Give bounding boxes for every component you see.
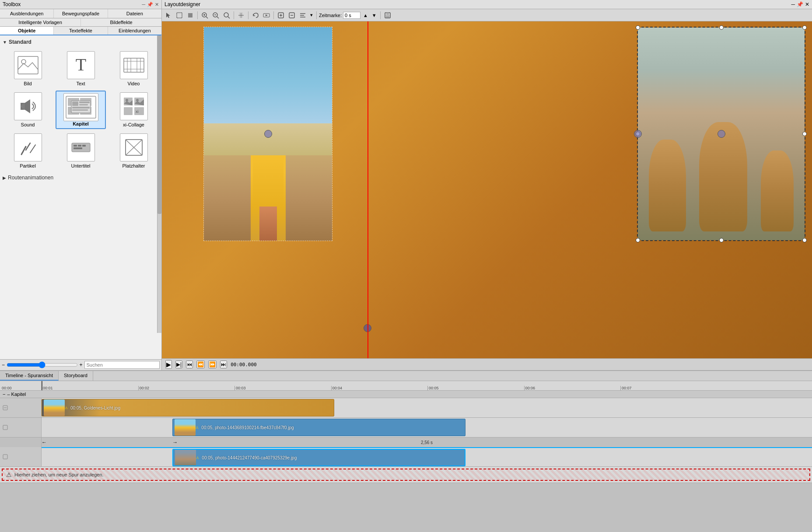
- minus-btn[interactable]: −: [2, 362, 5, 368]
- play-to-marker[interactable]: ▶|: [175, 360, 182, 368]
- step-back[interactable]: ⏪: [196, 360, 205, 368]
- minus-icon: −: [3, 392, 5, 397]
- tab-bewegungspfade[interactable]: Bewegungspfade: [54, 9, 108, 18]
- toolbar-undo[interactable]: [251, 11, 260, 19]
- svg-rect-69: [386, 15, 389, 18]
- tool-untertitel[interactable]: Untertitel: [56, 132, 106, 170]
- clip-golden-thumb: [44, 399, 65, 416]
- tool-sound[interactable]: Sound: [3, 91, 53, 129]
- svg-line-46: [206, 17, 208, 18]
- toolbar-zoom-fit[interactable]: [222, 11, 231, 19]
- img-puppies-container[interactable]: [637, 27, 805, 241]
- toolbar-remove[interactable]: [287, 11, 297, 19]
- tab-bildeffekte[interactable]: Bildeffekte: [81, 18, 161, 26]
- tab-timeline-spuransicht[interactable]: Timeline - Spuransicht: [0, 371, 59, 381]
- toolbox-pin[interactable]: 📌: [147, 2, 153, 7]
- svg-rect-22: [79, 104, 88, 105]
- designer-pin[interactable]: 📌: [797, 1, 803, 7]
- svg-rect-3: [124, 58, 144, 72]
- toolbox-tabs-row2: Intelligente Vorlagen Bildeffekte: [0, 18, 161, 27]
- section-standard-label: Standard: [9, 39, 32, 45]
- img-woman-container[interactable]: [203, 27, 332, 241]
- step-forward[interactable]: ⏩: [208, 360, 217, 368]
- clip-photo-woman[interactable]: ⚠ 00:05, photo-1443689100214-fbe437c847f…: [172, 419, 465, 436]
- designer-minimize[interactable]: ─: [791, 1, 795, 7]
- tab-einblendungen[interactable]: Einblendungen: [108, 27, 161, 35]
- zeitmarke-input[interactable]: [343, 12, 360, 19]
- tab-dateien[interactable]: Dateien: [108, 9, 161, 18]
- clip-golden[interactable]: ⚠ 00:05, Goldenes-Licht.jpg: [42, 399, 334, 416]
- toolbar-pointer[interactable]: [164, 11, 173, 19]
- img-puppies-left-edge-handle[interactable]: [634, 130, 642, 138]
- toolbar-zoom-in[interactable]: [200, 11, 210, 19]
- tool-text[interactable]: T Text: [56, 49, 106, 88]
- toolbar-zoom-out[interactable]: [211, 11, 220, 19]
- untertitel-icon: [67, 133, 95, 161]
- toolbar-video-clip[interactable]: [262, 11, 271, 19]
- tool-video[interactable]: Video: [108, 49, 159, 88]
- items-grid: Bild T Text: [2, 47, 160, 173]
- handle-mid-right[interactable]: [802, 132, 807, 136]
- tab-intelligente-vorlagen[interactable]: Intelligente Vorlagen: [0, 18, 81, 26]
- zeitmarke-down[interactable]: ▼: [371, 12, 378, 18]
- clip-photo-puppies[interactable]: ⚠ 00:05, photo-1444212477490-ca407925329…: [172, 449, 465, 466]
- skip-forward[interactable]: ⏭: [220, 360, 227, 368]
- plus-btn[interactable]: +: [80, 362, 83, 368]
- handle-top-left[interactable]: [636, 25, 640, 30]
- toolbox-header: Toolbox ─ 📌 ✕: [0, 0, 161, 9]
- toolbar-align[interactable]: [298, 11, 308, 19]
- clip-woman-thumb: [175, 419, 196, 436]
- tool-partikel[interactable]: Partikel: [3, 132, 53, 170]
- arrow-right: →: [172, 439, 178, 445]
- handle-bot-left[interactable]: [636, 238, 640, 242]
- toolbar-save[interactable]: [383, 11, 392, 19]
- svg-rect-73: [3, 455, 7, 459]
- designer-close[interactable]: ✕: [805, 1, 809, 7]
- skip-back[interactable]: ⏮: [186, 360, 193, 368]
- tool-collage[interactable]: xi xi-Collage: [108, 91, 159, 129]
- tab-texteffekte[interactable]: Texteffekte: [54, 27, 108, 35]
- timeline-panel: Timeline - Spuransicht Storyboard 00:00 …: [0, 370, 812, 532]
- ruler-mark-3: 00:03: [236, 386, 246, 390]
- img-puppies-center-handle[interactable]: [718, 130, 725, 138]
- toolbox-tabs-row1: Ausblendungen Bewegungspfade Dateien: [0, 9, 161, 18]
- section-routen-header[interactable]: ▶ Routenanimationen: [2, 173, 160, 182]
- kapitel-header-row: − – Kapitel: [0, 391, 812, 398]
- toolbar-align-dropdown[interactable]: ▾: [309, 12, 314, 18]
- ruler-mark-2: 00:02: [140, 386, 150, 390]
- partikel-icon: [14, 133, 42, 161]
- svg-line-50: [217, 17, 219, 18]
- toolbar-add[interactable]: [276, 11, 286, 19]
- handle-bot-center[interactable]: [719, 238, 724, 242]
- toolbox-minimize[interactable]: ─: [142, 2, 145, 7]
- handle-bot-right[interactable]: [802, 238, 807, 242]
- ruler-marks-container: 00:01 00:02 00:03 00:04 00:05: [42, 381, 812, 390]
- handle-top-right[interactable]: [802, 25, 807, 30]
- tab-ausblendungen[interactable]: Ausblendungen: [0, 9, 54, 18]
- play-button[interactable]: ▶: [165, 360, 172, 369]
- tool-kapitel[interactable]: Kapitel: [56, 91, 106, 129]
- tab-objekte[interactable]: Objekte: [0, 27, 54, 35]
- svg-text:T: T: [75, 56, 86, 74]
- toolbar-crop[interactable]: [186, 11, 195, 19]
- kapitel-track-label: – Kapitel: [7, 392, 26, 397]
- designer-title: Layoutdesigner: [164, 1, 200, 7]
- section-standard-header[interactable]: ▼ Standard: [2, 37, 160, 47]
- platzhalter-icon: [120, 133, 148, 161]
- handle-top-center[interactable]: [719, 25, 724, 30]
- tool-platzhalter[interactable]: Platzhalter: [108, 132, 159, 170]
- toolbox-close[interactable]: ✕: [155, 2, 159, 7]
- toolbar-sep2: [234, 11, 234, 19]
- zeitmarke-up[interactable]: ▲: [362, 12, 369, 18]
- tab-storyboard[interactable]: Storyboard: [59, 371, 93, 381]
- size-slider[interactable]: [7, 361, 77, 368]
- drop-zone[interactable]: ⚠ Hierher ziehen, um neue Spur anzulegen…: [2, 469, 810, 481]
- toolbar-grid[interactable]: [236, 11, 246, 19]
- track-icon-2: [3, 425, 8, 430]
- svg-point-52: [224, 13, 228, 17]
- toolbar-select[interactable]: [175, 11, 184, 19]
- playback-bar: ▶ ▶| ⏮ ⏪ ⏩ ⏭ 00:00.000: [162, 358, 812, 370]
- img-woman-center-handle[interactable]: [264, 130, 272, 138]
- tool-bild[interactable]: Bild: [3, 49, 53, 88]
- search-input[interactable]: [84, 361, 160, 369]
